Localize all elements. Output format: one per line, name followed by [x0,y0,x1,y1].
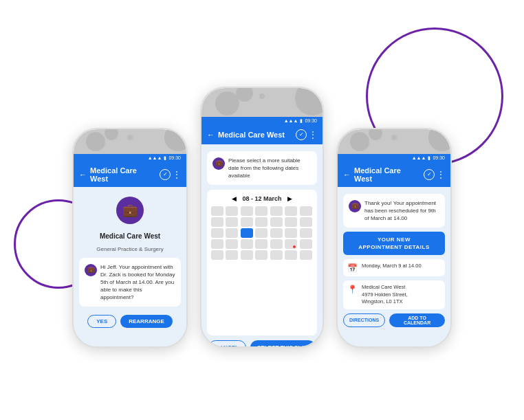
calendar-icon: 📅 [347,263,358,273]
cal-cell[interactable] [226,250,238,260]
calendar-section: ◀ 08 - 12 March ▶ [207,190,317,335]
phones-row: ▲▲▲ ▮ 09:30 ← Medical Care West ✓ ⋮ 💼 Me… [72,87,452,348]
appointment-message-text: Hi Jeff. Your appointment with Dr. Zack … [100,263,175,302]
phone-right-camera [391,135,397,140]
status-time-r: 09:30 [433,155,445,160]
phone-left-camera [127,135,133,140]
phone-left-header: ← Medical Care West ✓ ⋮ [74,162,186,187]
cal-cell[interactable] [226,239,238,249]
appt-details-header: YOUR NEW APPOINTMENT DETAILS [343,232,445,255]
new-appt-label: YOUR NEW APPOINTMENT DETAILS [349,236,439,251]
cal-cell[interactable] [270,217,283,227]
signal-icon-r: ▲▲▲ [412,155,426,160]
rearrange-button[interactable]: REARRANGE [120,315,173,328]
cal-prev-icon[interactable]: ◀ [232,195,237,202]
checkmark-icon[interactable]: ✓ [160,169,171,180]
checkmark-icon-r[interactable]: ✓ [424,169,435,180]
directions-button[interactable]: DIRECTIONS [343,313,385,327]
yes-button[interactable]: YES [87,315,116,328]
cal-next-icon[interactable]: ▶ [287,195,292,202]
cal-cell[interactable] [300,206,312,216]
phone-center-content: 💼 Please select a more suitable date fro… [201,144,323,348]
phone-center-header-title: Medical Care West [218,131,292,139]
cal-cell[interactable] [285,228,297,238]
cal-cell[interactable] [270,228,283,238]
phone-left: ▲▲▲ ▮ 09:30 ← Medical Care West ✓ ⋮ 💼 Me… [72,128,188,348]
status-time: 09:30 [168,155,181,160]
cal-cell[interactable] [226,228,238,238]
cal-month-label: 08 - 12 March [242,195,281,202]
phone-left-header-title: Medical Care West [90,166,156,183]
phone-left-content: 💼 Medical Care West General Practice & S… [74,187,186,348]
calendar-nav: ◀ 08 - 12 March ▶ [211,195,313,202]
cal-cell[interactable] [270,250,283,260]
status-time-c: 09:30 [305,118,317,123]
wifi-icon: ▮ [164,155,166,161]
center-message-box: 💼 Please select a more suitable date fro… [207,151,317,186]
cal-cell[interactable] [270,239,283,249]
cal-cell[interactable] [226,206,238,216]
phone-right-content: 💼 Thank you! Your appointment has been r… [338,187,450,348]
cal-cell[interactable] [241,239,253,249]
provider-name: Medical Care West [79,232,181,240]
cal-cell-dot[interactable] [285,239,297,249]
select-slot-button[interactable]: SeLEcT ThIs SLot [250,340,316,348]
cal-cell[interactable] [255,206,268,216]
back-icon-c[interactable]: ← [207,131,215,139]
left-btn-row: YES REARRANGE [79,315,181,328]
cal-cell[interactable] [226,217,238,227]
detail-date-text: Monday, March 9 at 14.00 [362,263,422,270]
phone-center-bg [201,88,323,117]
phone-right-bg [338,129,450,154]
phone-center-status: ▲▲▲ ▮ 09:30 [201,117,323,125]
cal-cell[interactable] [255,217,268,227]
add-to-calendar-button[interactable]: ADD TO CALENDAR [389,313,445,327]
cal-cell[interactable] [285,217,297,227]
detail-date-row: 📅 Monday, March 9 at 14.00 [343,259,445,276]
more-icon[interactable]: ⋮ [173,170,181,179]
main-scene: ▲▲▲ ▮ 09:30 ← Medical Care West ✓ ⋮ 💼 Me… [0,0,524,420]
more-icon-c[interactable]: ⋮ [309,130,317,140]
detail-address-row: 📍 Medical Care West 4979 Holden Street, … [343,280,445,309]
cal-cell-selected[interactable] [241,228,253,238]
cal-cell[interactable] [211,217,223,227]
calendar-grid [211,206,313,260]
phone-right: ▲▲▲ ▮ 09:30 ← Medical Care West ✓ ⋮ 💼 Th… [336,128,452,348]
phone-right-header-title: Medical Care West [354,166,420,183]
phone-center: ▲▲▲ ▮ 09:30 ← Medical Care West ✓ ⋮ 💼 Pl… [200,87,324,348]
checkmark-icon-c[interactable]: ✓ [296,129,307,140]
cal-cell[interactable] [211,206,223,216]
more-icon-r[interactable]: ⋮ [437,170,445,179]
back-icon-r[interactable]: ← [343,170,351,179]
cal-cell[interactable] [211,250,223,260]
cal-cell[interactable] [211,239,223,249]
thank-you-box: 💼 Thank you! Your appointment has been r… [343,194,445,228]
cal-cell[interactable] [300,250,312,260]
detail-address-text: Medical Care West 4979 Holden Street, Wi… [362,284,408,306]
wifi-icon-r: ▮ [428,155,430,161]
cal-cell[interactable] [241,250,253,260]
cal-cell[interactable] [300,217,312,227]
phone-right-status: ▲▲▲ ▮ 09:30 [338,154,450,162]
cal-cell[interactable] [241,217,253,227]
phone-right-header: ← Medical Care West ✓ ⋮ [338,162,450,187]
phone-left-bg [74,129,186,154]
cal-cell[interactable] [211,228,223,238]
cal-cell[interactable] [241,206,253,216]
cal-cell[interactable] [255,239,268,249]
cal-cell[interactable] [270,206,283,216]
cancel-button[interactable]: CANCEL [208,340,246,348]
cal-cell[interactable] [285,206,297,216]
center-prompt-text: Please select a more suitable date from … [228,157,312,180]
cal-cell[interactable] [255,250,268,260]
header-icons-right: ✓ ⋮ [424,169,445,180]
cal-cell[interactable] [285,250,297,260]
provider-icon: 💼 [116,197,144,224]
cal-cell[interactable] [300,228,312,238]
cal-cell[interactable] [300,239,312,249]
appointment-message: 💼 Hi Jeff. Your appointment with Dr. Zac… [79,258,181,307]
header-icons-center: ✓ ⋮ [296,129,317,140]
provider-icon-wrap: 💼 [79,197,181,224]
back-icon[interactable]: ← [79,170,87,179]
cal-cell[interactable] [255,228,268,238]
